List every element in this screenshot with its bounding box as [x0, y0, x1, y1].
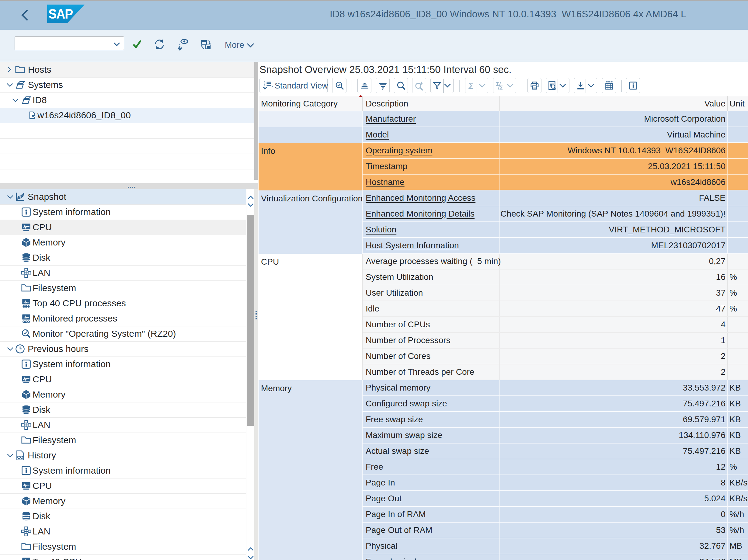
svg-text:SAP: SAP — [48, 6, 73, 22]
